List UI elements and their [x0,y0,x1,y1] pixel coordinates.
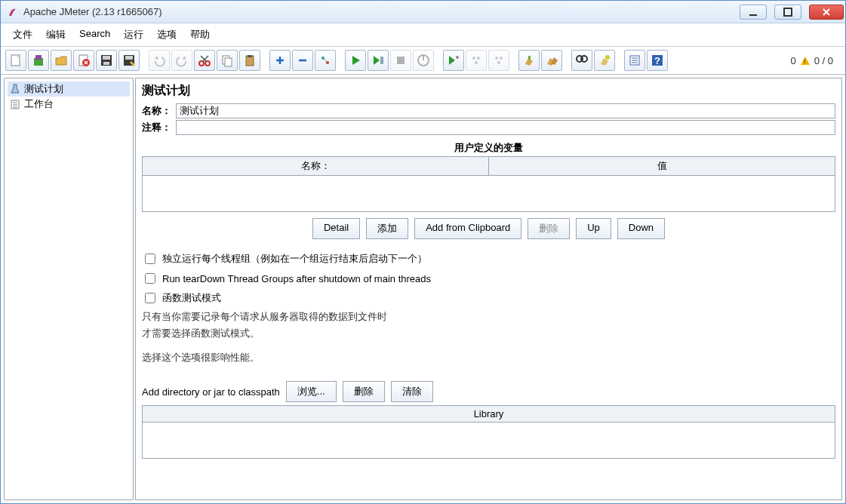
open-icon[interactable] [51,50,72,71]
main-panel: 测试计划 名称： 注释： 用户定义的变量 名称： 值 Detail 添加 Ad [135,78,842,500]
menu-run[interactable]: 运行 [118,26,149,43]
templates-icon[interactable] [28,50,49,71]
svg-rect-17 [248,55,252,57]
vars-table: 名称： 值 [142,156,835,176]
chk-functional[interactable] [145,293,155,303]
save-icon[interactable] [96,50,117,71]
warning-icon: ! [801,57,810,65]
vars-title: 用户定义的变量 [142,137,835,156]
vars-button-row: Detail 添加 Add from Clipboard 删除 Up Down [142,212,835,247]
detail-button[interactable]: Detail [312,218,360,239]
hint-line3: 选择这个选项很影响性能。 [142,351,835,364]
maximize-button[interactable] [774,5,801,20]
svg-text:?: ? [654,55,660,66]
chk-serial[interactable] [145,254,155,264]
add-clipboard-button[interactable]: Add from Clipboard [414,218,521,239]
menubar: 文件 编辑 Search 运行 选项 帮助 [1,23,845,47]
library-col[interactable]: Library [143,406,835,423]
undo-icon[interactable] [149,50,170,71]
menu-help[interactable]: 帮助 [184,26,216,43]
expand-icon[interactable] [269,50,291,71]
toggle-icon[interactable] [315,50,336,71]
svg-rect-11 [125,56,133,60]
chk-serial-label: 独立运行每个线程组（例如在一个组运行结束后启动下一个） [162,252,427,266]
menu-edit[interactable]: 编辑 [40,26,72,43]
toolbar-status: 0 ! 0 / 0 [790,55,841,66]
toolbar: ? 0 ! 0 / 0 [1,47,845,75]
function-helper-icon[interactable] [624,50,645,71]
close-button[interactable] [809,5,844,20]
name-input[interactable] [176,103,835,118]
collapse-icon[interactable] [292,50,313,71]
svg-rect-9 [103,62,109,65]
cp-clear-button[interactable]: 清除 [391,381,433,402]
hint-line2: 才需要选择函数测试模式。 [142,327,835,340]
clear-all-icon[interactable] [541,50,562,71]
svg-rect-20 [380,57,383,64]
down-button[interactable]: Down [617,218,665,239]
vars-body[interactable] [142,176,835,212]
thread-count: 0 / 0 [814,55,833,66]
stop-icon[interactable] [390,50,411,71]
library-table: Library [142,405,835,423]
library-body[interactable] [142,423,835,459]
search-icon[interactable] [571,50,592,71]
paste-icon[interactable] [239,50,260,71]
start-no-pause-icon[interactable] [368,50,389,71]
svg-point-34 [605,55,610,60]
add-button[interactable]: 添加 [366,218,408,239]
svg-point-28 [495,57,498,60]
svg-point-29 [500,57,503,60]
svg-rect-0 [749,14,757,16]
cut-icon[interactable] [194,50,215,71]
classpath-label: Add directory or jar to classpath [142,386,280,398]
save-as-icon[interactable] [118,50,140,71]
svg-rect-1 [784,8,792,16]
clipboard-icon [9,98,21,110]
remote-shutdown-icon[interactable] [488,50,509,71]
minimize-button[interactable] [740,5,767,20]
name-label: 名称： [142,104,171,118]
titlebar: Apache JMeter (2.13 r1665067) [1,1,845,23]
cp-delete-button[interactable]: 删除 [343,381,385,402]
svg-point-26 [477,57,480,60]
search-reset-icon[interactable] [594,50,615,71]
delete-button[interactable]: 删除 [528,218,570,239]
chk-teardown[interactable] [145,273,155,284]
up-button[interactable]: Up [576,218,611,239]
remote-start-icon[interactable] [443,50,464,71]
tree-panel[interactable]: 测试计划 工作台 [4,78,134,500]
window-title: Apache JMeter (2.13 r1665067) [23,6,732,17]
help-icon[interactable]: ? [647,50,668,71]
svg-point-25 [472,57,475,60]
browse-button[interactable]: 浏览... [286,381,337,402]
tree-node-label: 工作台 [24,97,54,111]
panel-title: 测试计划 [142,83,835,99]
menu-search[interactable]: Search [73,26,116,43]
start-icon[interactable] [345,50,366,71]
window: Apache JMeter (2.13 r1665067) 文件 编辑 Sear… [0,0,846,504]
shutdown-icon[interactable] [413,50,434,71]
svg-rect-4 [35,55,42,60]
remote-stop-icon[interactable] [466,50,487,71]
comment-input[interactable] [176,120,835,135]
chk-teardown-label: Run tearDown Thread Groups after shutdow… [162,273,431,284]
tree-node-testplan[interactable]: 测试计划 [8,81,130,97]
redo-icon[interactable] [171,50,192,71]
error-count: 0 [790,55,795,66]
close-file-icon[interactable] [73,50,94,71]
clear-icon[interactable] [518,50,540,71]
menu-file[interactable]: 文件 [7,26,38,43]
workspace: 测试计划 工作台 测试计划 名称： 注释： 用户定义的变量 名称： 值 [1,75,845,503]
vars-col-name[interactable]: 名称： [143,157,489,176]
svg-rect-23 [423,55,424,60]
svg-rect-31 [528,56,531,60]
svg-rect-15 [225,58,232,66]
svg-point-24 [456,56,459,59]
tree-node-workbench[interactable]: 工作台 [8,97,130,112]
menu-options[interactable]: 选项 [151,26,183,43]
copy-icon[interactable] [217,50,238,71]
tree-node-label: 测试计划 [24,82,63,96]
vars-col-value[interactable]: 值 [489,157,835,176]
new-icon[interactable] [5,50,26,71]
